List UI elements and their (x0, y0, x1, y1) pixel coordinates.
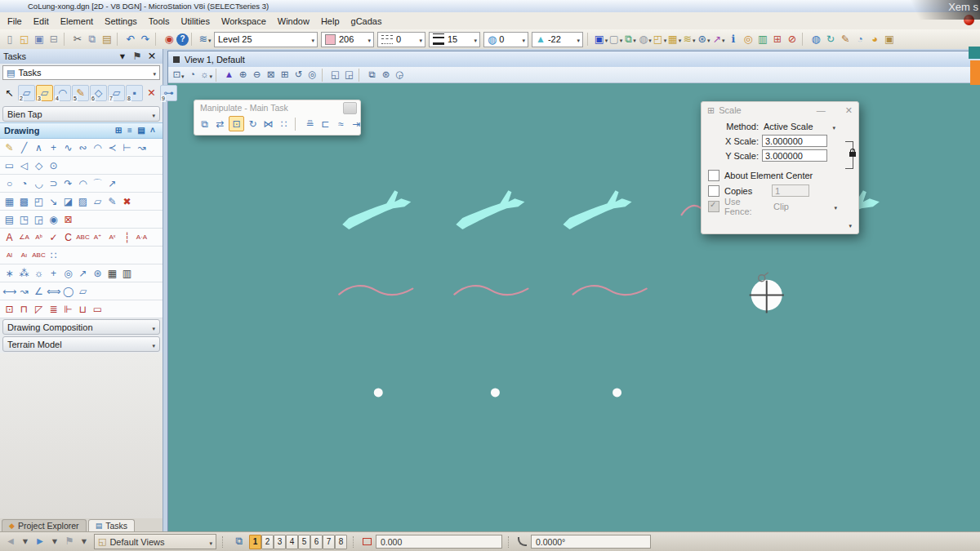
find-replace-icon[interactable]: ◎ (741, 33, 755, 47)
place-cell-matrix-icon[interactable]: ⁂ (17, 266, 31, 280)
close-icon[interactable]: ✕ (845, 105, 853, 116)
copy-increment-text-icon[interactable]: ABC (76, 230, 90, 244)
paste-icon[interactable]: ▤ (100, 33, 114, 47)
menu-item-utilities[interactable]: Utilities (176, 14, 216, 29)
modify-pattern-icon[interactable]: ✎ (105, 194, 119, 208)
menu-item-settings[interactable]: Settings (99, 14, 143, 29)
view-menu-icon[interactable] (173, 56, 180, 63)
curve-fragment[interactable] (682, 206, 702, 215)
references-icon[interactable]: ⧉ (623, 33, 638, 47)
about-element-center-checkbox[interactable] (708, 170, 719, 181)
arc-tangent-icon[interactable]: ⌒ (91, 176, 105, 190)
key-in-icon[interactable]: ↗ (711, 33, 726, 47)
scale-dialog-titlebar[interactable]: ⊞ Scale — ✕ (702, 102, 858, 118)
active-line-style-combo[interactable]: 0 (377, 32, 425, 47)
active-line-weight-combo[interactable]: 15 (429, 32, 480, 47)
active-class-combo[interactable]: ◍ 0 (483, 32, 528, 47)
point-2[interactable] (491, 388, 500, 397)
view-display-mode-icon[interactable]: ⊡ (172, 69, 185, 82)
mirror-icon[interactable]: ⋈ (261, 117, 275, 131)
copies-checkbox[interactable] (708, 185, 719, 197)
forward-caret-icon[interactable]: ▾ (47, 535, 62, 549)
drawing-section-header[interactable]: Drawing ⊞≡▤˄ (0, 122, 163, 139)
view-groups-icon[interactable]: ⧉ (232, 535, 247, 549)
coordinate-lock-icon[interactable] (363, 538, 372, 545)
analyze-element-icon[interactable]: ℹ (726, 33, 741, 47)
spell-checker-icon[interactable]: ✓ (47, 230, 60, 244)
change-text-attributes-icon[interactable]: A⁺ (91, 230, 105, 244)
view-toggle-3[interactable]: 3 (274, 535, 286, 549)
bird-shape-3[interactable] (563, 190, 631, 229)
terrain-model-section[interactable]: Terrain Model (2, 336, 160, 352)
place-point-curve-icon[interactable]: ∿ (61, 140, 75, 154)
place-bspline-icon[interactable]: ◠ (91, 140, 105, 154)
place-composite-curve-icon[interactable]: ≺ (105, 140, 119, 154)
x-scale-input[interactable]: 3.000000 (762, 135, 827, 147)
place-text-icon[interactable]: A (2, 230, 16, 244)
place-point-cell-icon[interactable]: ↗ (76, 266, 90, 280)
copy-element-icon[interactable]: ⧉ (198, 117, 212, 131)
save-icon[interactable]: ▣ (32, 33, 47, 47)
cell-selector-icon[interactable]: ▥ (120, 266, 134, 280)
bird-shape-1[interactable] (342, 190, 411, 229)
task-6-icon[interactable]: ◇6 (90, 85, 107, 101)
match-pattern-icon[interactable]: ▨ (76, 194, 90, 208)
cut-icon[interactable]: ✂ (70, 33, 85, 47)
place-block-icon[interactable]: ▭ (2, 158, 16, 172)
view-next-icon[interactable]: ◲ (342, 69, 356, 82)
dimension-angular-icon[interactable]: ◸ (32, 302, 46, 316)
list-view-icon[interactable]: ≡ (124, 125, 136, 136)
task-8-icon[interactable]: ▪8 (126, 85, 143, 101)
tasks-combo[interactable]: ▤ Tasks (2, 65, 160, 80)
view-toggle-8[interactable]: 8 (335, 535, 347, 549)
define-cell-origin-icon[interactable]: + (47, 266, 60, 280)
menu-item-help[interactable]: Help (315, 14, 345, 29)
zoom-in-icon[interactable]: ⊕ (236, 69, 250, 82)
place-text-node-icon[interactable]: C (61, 230, 75, 244)
dimension-element-icon[interactable]: ⊡ (2, 302, 16, 316)
view-render-mode-icon[interactable]: ◔ (185, 69, 199, 82)
replace-cells-icon[interactable]: ⊛ (91, 266, 105, 280)
saved-views-icon[interactable]: ▢ (608, 33, 623, 47)
bird-shape-2[interactable] (456, 190, 524, 229)
tab-project-explorer[interactable]: ◆ Project Explorer (2, 519, 87, 532)
tool-boxes-icon[interactable]: ▣ (882, 33, 897, 47)
construct-array-icon[interactable]: ∷ (277, 117, 291, 131)
point-3[interactable] (612, 388, 621, 397)
active-color-combo[interactable]: 206 (321, 32, 374, 47)
place-arc-icon[interactable]: ◡ (32, 176, 46, 190)
place-helix-icon[interactable]: ⊢ (120, 140, 134, 154)
view-titlebar[interactable]: View 1, Default (168, 51, 980, 67)
method-dropdown[interactable]: Active Scale (762, 121, 837, 132)
hatch-area-icon[interactable]: ▦ (2, 194, 16, 208)
show-pattern-icon[interactable]: ◪ (61, 194, 75, 208)
level-display-icon[interactable]: ⊛ (697, 33, 711, 47)
place-multiline-icon[interactable]: ∧ (32, 140, 46, 154)
raster-tools-icon[interactable]: ≋ (198, 33, 212, 47)
smartline-icon[interactable]: ✎ (2, 140, 16, 154)
session-monitor-icon[interactable]: ↻ (823, 33, 838, 47)
measure-length-icon[interactable]: ⟺ (47, 284, 60, 298)
tasks-panel-header[interactable]: Tasks ▾⚑✕ (0, 49, 163, 64)
measure-volume-icon[interactable]: ▱ (76, 284, 90, 298)
move-to-contact-icon[interactable]: ⇥ (350, 117, 363, 131)
match-text-attributes-icon[interactable]: Aˣ (105, 230, 119, 244)
task-3-icon[interactable]: ▱3 (36, 85, 53, 101)
delete-task-icon[interactable]: ✕ (144, 86, 159, 100)
task-5-icon[interactable]: ✎5 (72, 85, 89, 101)
curve-3[interactable] (572, 286, 646, 295)
place-ellipse-icon[interactable]: ◔ (17, 176, 31, 190)
place-arc-edge-icon[interactable]: ◠ (76, 176, 90, 190)
menu-item-workspace[interactable]: Workspace (216, 14, 272, 29)
menu-item-element[interactable]: Element (55, 14, 99, 29)
coordinate-value[interactable]: 0.000 (376, 535, 502, 549)
create-complex-shape-icon[interactable]: ◲ (32, 212, 46, 226)
bien-tap-section[interactable]: Bien Tap (2, 106, 160, 122)
toolbox-handle-button[interactable] (343, 102, 357, 114)
element-selection-icon[interactable]: ◉ (162, 33, 176, 47)
zoom-out-icon[interactable]: ⊖ (250, 69, 264, 82)
drop-text-icon[interactable]: ABC (32, 248, 46, 262)
no-snap-icon[interactable]: ⊘ (785, 33, 800, 47)
menu-item-window[interactable]: Window (272, 14, 315, 29)
place-circle-icon[interactable]: ○ (2, 176, 16, 190)
